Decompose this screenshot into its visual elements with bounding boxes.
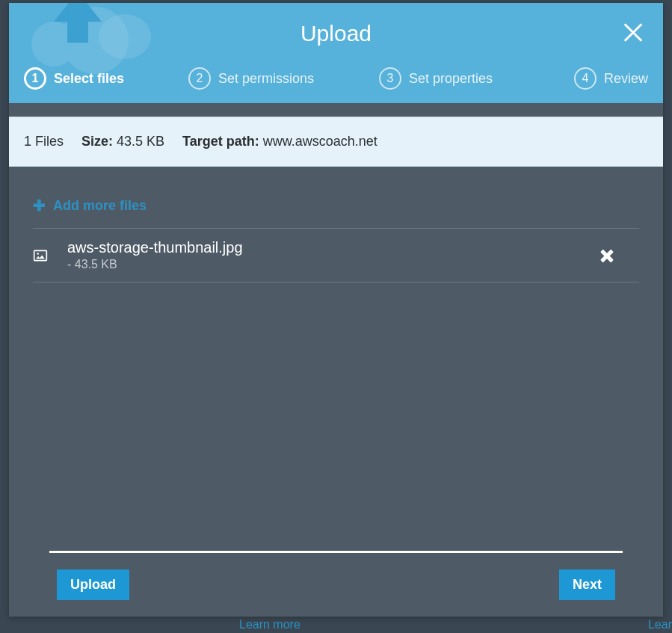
step-review[interactable]: 4 Review xyxy=(574,67,648,90)
add-more-label: Add more files xyxy=(53,198,147,214)
step-number-4: 4 xyxy=(574,67,597,90)
step-label-3: Set properties xyxy=(409,71,493,87)
step-number-2: 2 xyxy=(188,67,211,90)
step-label-2: Set permissions xyxy=(218,71,314,87)
image-file-icon xyxy=(33,248,48,263)
modal-title: Upload xyxy=(9,21,663,46)
modal-header: Upload 1 Select files 2 Set permissions … xyxy=(9,3,663,103)
svg-point-0 xyxy=(37,253,39,255)
backdrop-learn-more: Learn more xyxy=(239,618,300,632)
file-list: aws-storage-thumbnail.jpg - 43.5 KB xyxy=(33,228,639,282)
step-number-3: 3 xyxy=(379,67,401,90)
plus-icon: ✚ xyxy=(33,197,46,214)
add-more-files-button[interactable]: ✚ Add more files xyxy=(33,197,639,214)
remove-file-icon[interactable] xyxy=(600,248,615,263)
file-size: - 43.5 KB xyxy=(67,258,581,271)
modal-footer: Upload Next xyxy=(33,553,639,617)
file-name: aws-storage-thumbnail.jpg xyxy=(67,239,581,256)
content-area: ✚ Add more files aws-storage-thumbnail.j… xyxy=(9,167,663,617)
backdrop-learn-right: Lear xyxy=(648,618,672,632)
file-row: aws-storage-thumbnail.jpg - 43.5 KB xyxy=(33,229,639,282)
step-set-properties[interactable]: 3 Set properties xyxy=(379,67,493,90)
step-label-1: Select files xyxy=(54,71,124,87)
step-set-permissions[interactable]: 2 Set permissions xyxy=(188,67,314,90)
target-value: www.awscoach.net xyxy=(263,134,377,149)
upload-arrow-icon xyxy=(54,3,102,22)
file-info: aws-storage-thumbnail.jpg - 43.5 KB xyxy=(67,239,581,271)
wizard-steps: 1 Select files 2 Set permissions 3 Set p… xyxy=(9,67,663,103)
target-info: Target path: www.awscoach.net xyxy=(182,134,377,149)
upload-button[interactable]: Upload xyxy=(57,569,129,600)
file-count: 1 Files xyxy=(24,134,64,149)
step-select-files[interactable]: 1 Select files xyxy=(24,67,124,90)
step-number-1: 1 xyxy=(24,67,46,90)
info-bar: 1 Files Size: 43.5 KB Target path: www.a… xyxy=(9,117,663,167)
step-label-4: Review xyxy=(604,71,648,87)
close-icon[interactable] xyxy=(623,22,644,43)
size-label: Size: xyxy=(81,134,113,149)
size-info: Size: 43.5 KB xyxy=(81,134,164,149)
target-label: Target path: xyxy=(182,134,259,149)
upload-modal: Upload 1 Select files 2 Set permissions … xyxy=(9,3,663,617)
size-value: 43.5 KB xyxy=(117,134,164,149)
next-button[interactable]: Next xyxy=(559,569,615,600)
